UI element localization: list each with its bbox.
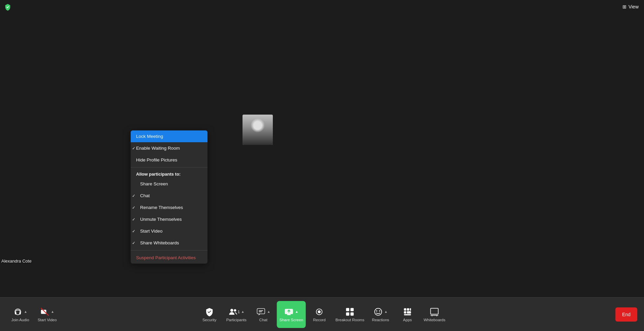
share-whiteboards-label: Share Whiteboards xyxy=(140,240,179,245)
svg-rect-24 xyxy=(407,308,409,310)
chat-icon-area: ▲ xyxy=(256,307,270,317)
toolbar-right-group: End xyxy=(615,307,637,322)
chat-button[interactable]: ▲ Chat xyxy=(250,301,277,328)
reactions-icon-area: ▲ xyxy=(374,307,388,317)
record-button[interactable]: Record xyxy=(306,301,333,328)
suspend-label: Suspend Participant Activities xyxy=(136,255,196,260)
svg-rect-8 xyxy=(257,308,265,314)
end-button[interactable]: End xyxy=(615,307,637,322)
menu-divider-1 xyxy=(131,167,207,168)
enable-waiting-room-item[interactable]: ✓ Enable Waiting Room xyxy=(131,142,207,154)
share-icon xyxy=(284,307,294,317)
view-label: View xyxy=(629,4,639,9)
shield-icon xyxy=(205,307,214,317)
participants-icon xyxy=(228,307,238,317)
suspend-participant-activities-item[interactable]: Suspend Participant Activities xyxy=(131,252,207,264)
share-whiteboards-item[interactable]: ✓ Share Whiteboards xyxy=(131,237,207,249)
participant-photo xyxy=(243,115,273,145)
rename-themselves-item[interactable]: ✓ Rename Themselves xyxy=(131,202,207,213)
join-audio-button[interactable]: ▲ Join Audio xyxy=(7,301,34,328)
participant-video-tile xyxy=(243,115,273,145)
enable-waiting-room-check: ✓ xyxy=(132,146,135,151)
svg-point-15 xyxy=(318,310,321,313)
start-video-icon-area: ▲ xyxy=(40,307,54,317)
bottom-toolbar: ▲ Join Audio ▲ Start Video xyxy=(0,297,644,331)
share-screen-caret: ▲ xyxy=(295,310,298,313)
whiteboard-icon xyxy=(430,307,439,317)
svg-rect-25 xyxy=(410,308,411,310)
join-audio-icon-area: ▲ xyxy=(13,307,27,317)
start-video-button[interactable]: ▲ Start Video xyxy=(34,301,61,328)
svg-rect-27 xyxy=(407,311,411,313)
hide-profile-pictures-label: Hide Profile Pictures xyxy=(136,157,177,162)
chat-check: ✓ xyxy=(132,193,135,198)
chat-icon xyxy=(256,307,266,317)
rename-check: ✓ xyxy=(132,205,135,210)
svg-point-6 xyxy=(234,309,236,311)
svg-rect-13 xyxy=(287,314,291,315)
meeting-shield-icon xyxy=(4,3,11,12)
participants-icon-area: 1 ▲ xyxy=(228,307,245,317)
start-video-label: Start Video xyxy=(140,229,163,234)
svg-rect-1 xyxy=(15,312,16,314)
svg-rect-18 xyxy=(346,312,350,315)
apps-icon xyxy=(403,307,412,317)
grid-icon: ⊞ xyxy=(622,4,626,9)
video-off-icon xyxy=(40,307,50,317)
apps-icon-area xyxy=(403,307,412,317)
participants-label: Participants xyxy=(226,318,247,322)
join-audio-label: Join Audio xyxy=(11,318,29,322)
whiteboards-icon-area xyxy=(430,307,439,317)
reactions-label: Reactions xyxy=(372,318,389,322)
start-video-check: ✓ xyxy=(132,229,135,234)
record-icon xyxy=(315,307,324,317)
apps-label: Apps xyxy=(403,318,412,322)
chat-label: Chat xyxy=(140,193,150,198)
breakout-rooms-label: Breakout Rooms xyxy=(335,318,364,322)
share-whiteboards-check: ✓ xyxy=(132,241,135,245)
svg-rect-16 xyxy=(346,308,350,311)
join-audio-caret: ▲ xyxy=(24,310,27,313)
reactions-button[interactable]: ▲ Reactions xyxy=(367,301,394,328)
view-button[interactable]: ⊞ View xyxy=(622,4,639,9)
svg-rect-2 xyxy=(19,312,21,314)
participants-badge: 1 xyxy=(238,310,240,314)
apps-button[interactable]: Apps xyxy=(394,301,421,328)
security-button[interactable]: Security xyxy=(196,301,223,328)
headphone-icon xyxy=(13,307,23,317)
share-screen-label: Share Screen xyxy=(280,318,303,322)
share-screen-item[interactable]: Share Screen xyxy=(131,178,207,190)
start-video-item[interactable]: ✓ Start Video xyxy=(131,225,207,237)
rename-themselves-label: Rename Themselves xyxy=(140,205,183,210)
reactions-caret: ▲ xyxy=(384,310,388,313)
security-label: Security xyxy=(202,318,217,322)
lock-meeting-label: Lock Meeting xyxy=(136,134,163,139)
chat-item[interactable]: ✓ Chat xyxy=(131,190,207,202)
toolbar-left-group: ▲ Join Audio ▲ Start Video xyxy=(7,301,61,328)
share-screen-button[interactable]: ▲ Share Screen xyxy=(277,301,306,328)
lock-meeting-item[interactable]: Lock Meeting xyxy=(131,130,207,142)
start-video-caret: ▲ xyxy=(51,310,54,313)
svg-rect-23 xyxy=(404,308,406,310)
breakout-rooms-button[interactable]: Breakout Rooms xyxy=(333,301,367,328)
toolbar-center-group: Security 1 ▲ Participants xyxy=(196,301,448,328)
participants-button[interactable]: 1 ▲ Participants xyxy=(223,301,250,328)
svg-point-21 xyxy=(376,310,378,311)
allow-participants-label: Allow participants to: xyxy=(131,169,207,178)
svg-point-5 xyxy=(230,309,233,312)
unmute-themselves-label: Unmute Themselves xyxy=(140,217,182,222)
unmute-themselves-item[interactable]: ✓ Unmute Themselves xyxy=(131,213,207,225)
svg-rect-26 xyxy=(404,311,406,313)
reaction-icon xyxy=(374,307,383,317)
svg-rect-29 xyxy=(431,308,439,314)
svg-rect-17 xyxy=(351,308,354,311)
share-screen-icon-area: ▲ xyxy=(284,307,298,317)
start-video-label: Start Video xyxy=(38,318,57,322)
whiteboards-button[interactable]: Whiteboards xyxy=(421,301,448,328)
chat-caret: ▲ xyxy=(267,310,270,313)
whiteboards-label: Whiteboards xyxy=(424,318,446,322)
security-icon-area xyxy=(205,307,214,317)
participant-name-label: Alexandra Cote xyxy=(1,259,32,264)
hide-profile-pictures-item[interactable]: Hide Profile Pictures xyxy=(131,154,207,166)
svg-point-20 xyxy=(375,308,382,315)
